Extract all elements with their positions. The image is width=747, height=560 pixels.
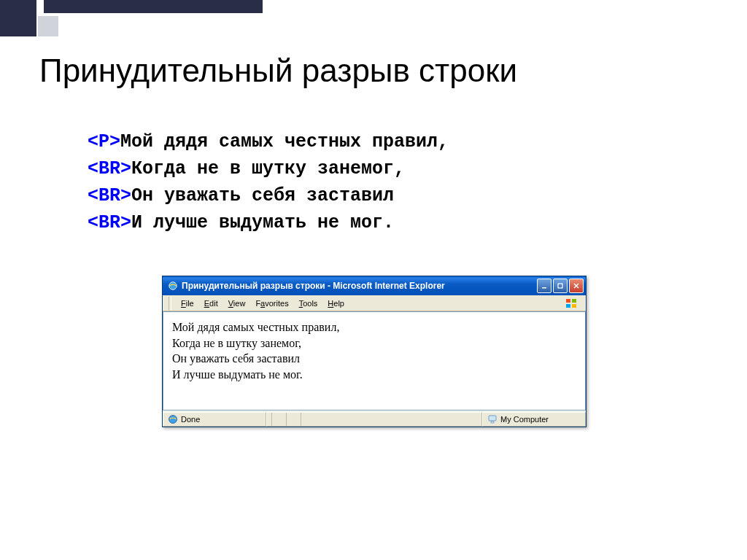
- svg-rect-4: [572, 299, 576, 303]
- menubar: File Edit View Favorites Tools Help: [163, 295, 586, 311]
- menu-tools[interactable]: Tools: [294, 298, 323, 309]
- rendered-line-2: Когда не в шутку занемог,: [172, 335, 576, 351]
- code-text-4: И лучше выдумать не мог.: [131, 212, 394, 233]
- slide-title: Принудительный разрыв строки: [39, 52, 517, 89]
- maximize-button[interactable]: [553, 279, 568, 293]
- status-done: Done: [163, 412, 266, 427]
- p-tag: <P>: [88, 131, 120, 152]
- rendered-line-4: И лучше выдумать не мог.: [172, 367, 576, 383]
- br-tag: <BR>: [88, 185, 131, 206]
- svg-rect-3: [566, 299, 570, 303]
- minimize-button[interactable]: [537, 279, 551, 293]
- svg-rect-8: [489, 416, 496, 421]
- svg-rect-5: [566, 304, 570, 308]
- menu-view[interactable]: View: [223, 298, 251, 309]
- status-zone: My Computer: [482, 412, 586, 427]
- rendered-line-1: Мой дядя самых честных правил,: [172, 319, 576, 335]
- window-title: Принудительный разрыв строки - Microsoft…: [182, 281, 537, 291]
- code-text-1: Мой дядя самых честных правил,: [120, 131, 449, 152]
- svg-rect-2: [558, 284, 562, 288]
- code-text-2: Когда не в шутку занемог,: [131, 158, 405, 179]
- svg-rect-1: [542, 287, 546, 289]
- ie-icon: [167, 280, 179, 292]
- window-controls: [537, 279, 584, 293]
- code-text-3: Он уважать себя заставил: [131, 185, 394, 206]
- ie-small-icon: [168, 414, 178, 424]
- menu-grip[interactable]: [169, 297, 171, 310]
- decoration-square-dark: [0, 0, 36, 36]
- svg-rect-9: [491, 421, 494, 423]
- status-done-text: Done: [181, 415, 200, 424]
- code-sample: <P>Мой дядя самых честных правил, <BR>Ко…: [88, 128, 449, 236]
- br-tag: <BR>: [88, 158, 131, 179]
- decoration-bar: [44, 0, 263, 13]
- my-computer-icon: [487, 414, 498, 424]
- br-tag: <BR>: [88, 212, 131, 233]
- decoration-square-light: [38, 16, 58, 36]
- browser-window: Принудительный разрыв строки - Microsoft…: [162, 276, 587, 427]
- browser-content: Мой дядя самых честных правил, Когда не …: [163, 311, 586, 411]
- status-zone-text: My Computer: [500, 415, 549, 424]
- code-line-4: <BR>И лучше выдумать не мог.: [88, 209, 449, 236]
- svg-rect-6: [572, 304, 576, 308]
- rendered-line-3: Он уважать себя заставил: [172, 351, 576, 367]
- code-line-2: <BR>Когда не в шутку занемог,: [88, 155, 449, 182]
- menu-favorites[interactable]: Favorites: [250, 298, 293, 309]
- menu-edit[interactable]: Edit: [199, 298, 223, 309]
- close-button[interactable]: [569, 279, 584, 293]
- statusbar: Done My Computer: [163, 411, 586, 427]
- menu-file[interactable]: File: [176, 298, 199, 309]
- code-line-3: <BR>Он уважать себя заставил: [88, 182, 449, 209]
- status-middle: [266, 412, 482, 427]
- menu-help[interactable]: Help: [322, 298, 349, 309]
- titlebar[interactable]: Принудительный разрыв строки - Microsoft…: [163, 276, 586, 295]
- windows-logo-icon: [561, 297, 583, 310]
- code-line-1: <P>Мой дядя самых честных правил,: [88, 128, 449, 155]
